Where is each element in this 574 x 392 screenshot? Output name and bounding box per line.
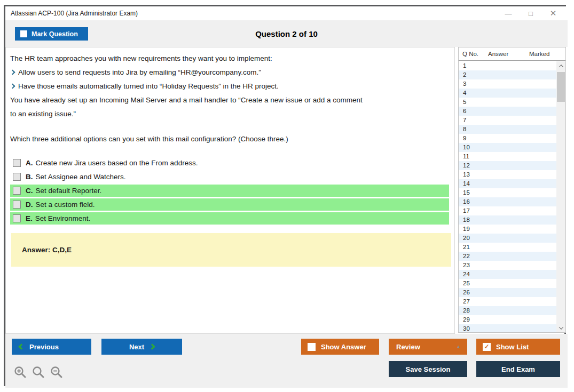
chevron-left-icon (18, 343, 24, 349)
question-number-cell: 4 (463, 90, 466, 96)
option-row[interactable]: E.Set Environment. (10, 212, 449, 225)
option-text: Set default Reporter. (36, 187, 102, 195)
question-intro: The HR team approaches you with new requ… (10, 52, 449, 66)
previous-button[interactable]: Previous (12, 339, 91, 355)
end-exam-label: End Exam (501, 365, 535, 373)
question-list-row[interactable]: 9 (459, 134, 556, 143)
option-row[interactable]: C.Set default Reporter. (10, 185, 449, 197)
close-button[interactable]: ✕ (542, 6, 564, 20)
zoom-in-button[interactable] (13, 365, 28, 380)
question-number-cell: 17 (463, 207, 470, 214)
question-list-row[interactable]: 20 (459, 234, 556, 243)
title-bar: Atlassian ACP-100 (Jira Administrator Ex… (5, 6, 568, 20)
option-checkbox[interactable] (13, 214, 21, 222)
scroll-down-button[interactable] (556, 323, 565, 332)
question-panel: The HR team approaches you with new requ… (5, 47, 455, 334)
question-list-row[interactable]: 8 (459, 125, 556, 134)
zoom-out-button[interactable] (49, 365, 64, 380)
column-header-marked: Marked (529, 51, 565, 57)
question-list-row[interactable]: 28 (459, 306, 556, 315)
question-list-row[interactable]: 4 (459, 89, 556, 98)
option-row[interactable]: B.Set Assignee and Watchers. (10, 171, 449, 183)
show-answer-button[interactable]: Show Answer (301, 339, 379, 355)
question-list-row[interactable]: 24 (459, 270, 556, 279)
question-number-cell: 18 (463, 217, 470, 223)
question-list-row[interactable]: 18 (459, 215, 556, 225)
question-number-cell: 30 (463, 325, 470, 332)
question-number-cell: 19 (463, 226, 470, 232)
question-list-row[interactable]: 25 (459, 279, 556, 288)
option-checkbox[interactable] (13, 201, 21, 209)
save-session-button[interactable]: Save Session (389, 361, 467, 377)
question-list-row[interactable]: 3 (459, 79, 556, 89)
option-checkbox[interactable] (13, 173, 21, 181)
scroll-up-button[interactable] (556, 61, 565, 70)
question-list-row[interactable]: 19 (459, 225, 556, 234)
magnifier-icon (32, 365, 45, 379)
question-list-row[interactable]: 16 (459, 197, 556, 206)
question-list-row[interactable]: 15 (459, 188, 556, 197)
option-letter: E. (26, 214, 33, 222)
question-list: 1234567891011121314151617181920212223242… (459, 61, 556, 332)
question-number-cell: 25 (463, 280, 470, 286)
question-list-row[interactable]: 14 (459, 179, 556, 188)
next-button[interactable]: Next (101, 339, 182, 355)
check-icon: ✓ (484, 343, 489, 350)
question-list-row[interactable]: 6 (459, 107, 556, 116)
question-number-cell: 9 (463, 135, 466, 141)
option-letter: A. (26, 159, 33, 167)
question-number-cell: 23 (463, 262, 470, 268)
question-number-cell: 11 (463, 153, 469, 159)
question-number-cell: 5 (463, 99, 466, 105)
question-list-row[interactable]: 11 (459, 152, 556, 161)
question-list-row[interactable]: 10 (459, 143, 556, 152)
question-list-row[interactable]: 12 (459, 161, 556, 170)
zoom-toolbar (13, 365, 64, 380)
scrollbar-thumb[interactable] (557, 72, 565, 102)
question-list-row[interactable]: 13 (459, 170, 556, 179)
question-list-row[interactable]: 23 (459, 261, 556, 270)
question-list-row[interactable]: 30 (459, 324, 556, 332)
end-exam-button[interactable]: End Exam (476, 361, 560, 377)
question-number-cell: 15 (463, 189, 470, 196)
question-list-row[interactable]: 26 (459, 288, 556, 297)
zoom-normal-button[interactable] (31, 365, 46, 380)
question-list-row[interactable]: 2 (459, 70, 556, 79)
option-row[interactable]: A.Create new Jira users based on the Fro… (10, 157, 449, 169)
bullet-chevron-icon (10, 70, 15, 75)
review-label: Review (396, 343, 420, 351)
question-list-scrollbar[interactable] (556, 61, 565, 332)
question-list-row[interactable]: 5 (459, 98, 556, 107)
question-list-row[interactable]: 27 (459, 297, 556, 306)
option-checkbox[interactable] (13, 187, 21, 195)
review-button[interactable]: Review ▲ (389, 339, 467, 355)
question-list-row[interactable]: 22 (459, 252, 556, 261)
show-list-button[interactable]: ✓ Show List (476, 339, 560, 355)
show-answer-checkbox-icon (308, 343, 316, 351)
show-answer-label: Show Answer (321, 343, 366, 351)
maximize-button[interactable]: □ (520, 6, 542, 20)
options-list: A.Create new Jira users based on the Fro… (10, 157, 449, 225)
question-number-cell: 8 (463, 126, 466, 132)
question-list-row[interactable]: 21 (459, 243, 556, 252)
question-list-row[interactable]: 1 (459, 61, 556, 70)
zoom-out-magnifier-icon (50, 365, 64, 379)
option-checkbox[interactable] (13, 159, 21, 167)
question-prompt: Which three additional options can you s… (10, 132, 449, 146)
question-number-cell: 7 (463, 117, 466, 123)
zoom-in-magnifier-icon (13, 365, 27, 379)
question-list-row[interactable]: 29 (459, 315, 556, 324)
option-letter: B. (26, 173, 33, 181)
question-number-cell: 14 (463, 180, 470, 187)
bullet-chevron-icon (10, 84, 15, 89)
question-list-row[interactable]: 17 (459, 206, 556, 215)
next-label: Next (129, 343, 144, 351)
question-list-row[interactable]: 7 (459, 116, 556, 125)
minimize-button[interactable]: — (497, 6, 520, 20)
app-window: Atlassian ACP-100 (Jira Administrator Ex… (4, 5, 566, 386)
option-row[interactable]: D.Set a custom field. (10, 198, 449, 211)
option-text: Set Assignee and Watchers. (36, 173, 126, 181)
question-number-cell: 28 (463, 307, 470, 314)
question-counter: Question 2 of 10 (5, 27, 568, 41)
show-list-label: Show List (496, 343, 529, 351)
